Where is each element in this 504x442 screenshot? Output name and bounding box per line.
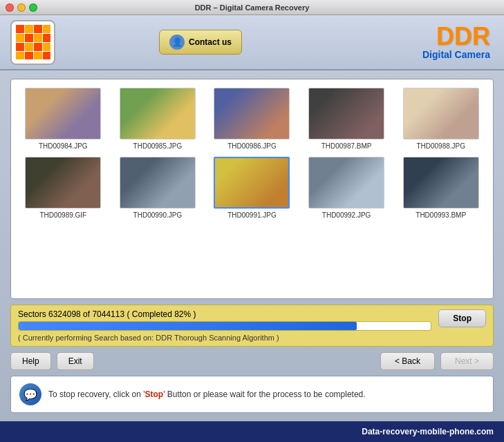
scanning-info: ( Currently performing Search based on: … xyxy=(18,334,486,342)
photo-label: THD00992.JPG xyxy=(322,211,371,219)
svg-rect-13 xyxy=(25,52,33,59)
svg-rect-15 xyxy=(43,52,50,59)
window-title: DDR – Digital Camera Recovery xyxy=(195,3,310,12)
svg-rect-8 xyxy=(16,43,24,51)
list-item: THD00993.BMP xyxy=(397,157,485,219)
gallery-panel: THD00984.JPGTHD00985.JPGTHD00986.JPGTHD0… xyxy=(10,79,494,299)
photo-label: THD00986.JPG xyxy=(227,142,277,150)
photo-thumb[interactable] xyxy=(403,157,479,209)
svg-rect-5 xyxy=(25,34,33,42)
next-button[interactable]: Next > xyxy=(440,352,494,370)
photo-label: THD00985.JPG xyxy=(133,142,183,150)
svg-rect-1 xyxy=(25,25,33,33)
photo-thumb[interactable] xyxy=(308,157,384,209)
photo-label: THD00991.JPG xyxy=(227,211,277,219)
help-button[interactable]: Help xyxy=(10,352,51,370)
app-logo xyxy=(10,20,55,65)
brand: DDR Digital Camera xyxy=(422,24,490,60)
list-item: THD00991.JPG xyxy=(208,157,296,219)
svg-rect-3 xyxy=(43,25,50,33)
svg-rect-7 xyxy=(43,34,50,42)
list-item: THD00985.JPG xyxy=(114,88,202,150)
contact-icon: 👤 xyxy=(169,35,185,50)
list-item: THD00990.JPG xyxy=(114,157,202,219)
photo-thumb[interactable] xyxy=(214,157,290,209)
progress-bar-fill xyxy=(19,322,357,330)
brand-subtitle: Digital Camera xyxy=(422,49,490,60)
photo-label: THD00989.GIF xyxy=(39,211,86,219)
stop-button[interactable]: Stop xyxy=(438,309,486,327)
stop-word: Stop xyxy=(144,390,163,399)
maximize-button[interactable] xyxy=(29,3,37,12)
list-item: THD00988.JPG xyxy=(397,88,485,150)
navigation-buttons: Help Exit < Back Next > xyxy=(10,352,494,370)
list-item: THD00986.JPG xyxy=(208,88,296,150)
close-button[interactable] xyxy=(6,3,14,12)
list-item: THD00987.BMP xyxy=(303,88,391,150)
progress-top: Sectors 6324098 of 7044113 ( Completed 8… xyxy=(18,309,486,331)
svg-rect-0 xyxy=(16,25,24,33)
info-message: To stop recovery, click on 'Stop' Button… xyxy=(48,390,366,399)
photo-thumb[interactable] xyxy=(25,157,101,209)
svg-rect-11 xyxy=(43,43,50,51)
photo-label: THD00984.JPG xyxy=(39,142,88,150)
contact-button[interactable]: 👤 Contact us xyxy=(159,30,242,55)
minimize-button[interactable] xyxy=(17,3,26,12)
list-item: THD00992.JPG xyxy=(303,157,391,219)
title-bar: DDR – Digital Camera Recovery xyxy=(0,0,504,15)
progress-info: Sectors 6324098 of 7044113 ( Completed 8… xyxy=(18,309,431,331)
photo-label: THD00990.JPG xyxy=(133,211,183,219)
exit-button[interactable]: Exit xyxy=(57,352,94,370)
photo-thumb[interactable] xyxy=(214,88,290,140)
list-item: THD00984.JPG xyxy=(19,88,107,150)
photo-thumb[interactable] xyxy=(120,88,196,140)
info-panel: 💬 To stop recovery, click on 'Stop' Butt… xyxy=(10,376,494,413)
photo-thumb[interactable] xyxy=(308,88,384,140)
window-controls[interactable] xyxy=(6,3,37,12)
photo-thumb[interactable] xyxy=(25,88,101,140)
svg-rect-14 xyxy=(34,52,42,59)
svg-rect-4 xyxy=(16,34,24,42)
photo-label: THD00987.BMP xyxy=(321,142,372,150)
svg-rect-10 xyxy=(34,43,42,51)
footer: Data-recovery-mobile-phone.com xyxy=(0,421,504,442)
footer-text: Data-recovery-mobile-phone.com xyxy=(362,427,494,436)
main-content: THD00984.JPGTHD00985.JPGTHD00986.JPGTHD0… xyxy=(0,70,504,421)
photo-label: THD00988.JPG xyxy=(416,142,465,150)
header: 👤 Contact us DDR Digital Camera xyxy=(0,15,504,70)
progress-area: Sectors 6324098 of 7044113 ( Completed 8… xyxy=(10,305,494,347)
brand-title: DDR xyxy=(422,24,490,49)
list-item: THD00989.GIF xyxy=(19,157,107,219)
contact-label: Contact us xyxy=(189,37,232,47)
photo-gallery: THD00984.JPGTHD00985.JPGTHD00986.JPGTHD0… xyxy=(19,88,485,219)
photo-thumb[interactable] xyxy=(403,88,479,140)
svg-rect-2 xyxy=(34,25,42,33)
svg-rect-6 xyxy=(34,34,42,42)
photo-label: THD00993.BMP xyxy=(416,211,466,219)
progress-bar-container xyxy=(18,321,431,331)
photo-thumb[interactable] xyxy=(120,157,196,209)
svg-rect-9 xyxy=(25,43,33,51)
back-button[interactable]: < Back xyxy=(380,352,435,370)
info-icon: 💬 xyxy=(19,383,41,405)
svg-rect-12 xyxy=(16,52,24,59)
progress-status-text: Sectors 6324098 of 7044113 ( Completed 8… xyxy=(18,309,431,319)
